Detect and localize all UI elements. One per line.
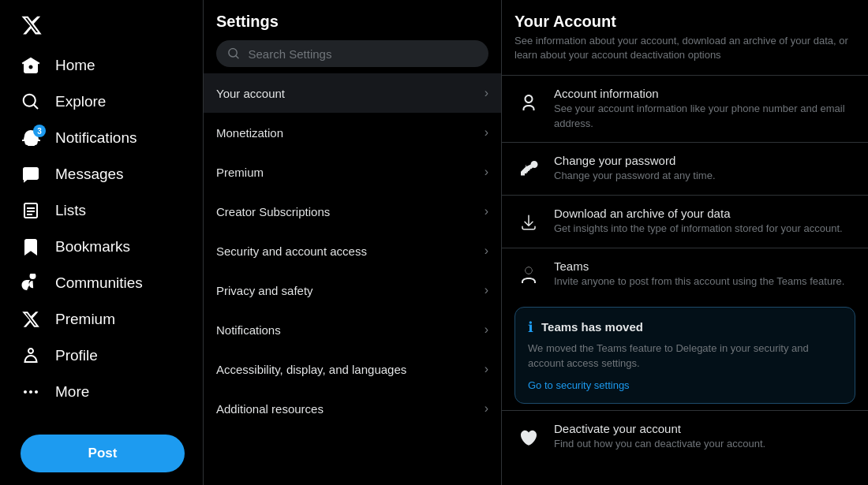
account-info-option[interactable]: Account information See your account inf… [502, 76, 868, 141]
notifications-badge: 3 [33, 125, 46, 137]
search-icon [227, 47, 241, 61]
teams-desc: Invite anyone to post from this account … [554, 274, 855, 289]
key-icon [514, 155, 543, 184]
sidebar-navigation: Home Explore 3 Notifications Messages [9, 47, 193, 425]
settings-menu-item-additional-label: Additional resources [216, 402, 324, 416]
settings-menu-item-accessibility[interactable]: Accessibility, display, and languages › [204, 349, 501, 389]
deactivate-content: Deactivate your account Find out how you… [554, 422, 855, 451]
change-password-content: Change your password Change your passwor… [554, 154, 855, 183]
settings-menu-item-premium[interactable]: Premium › [204, 152, 501, 192]
chevron-right-icon-2: › [485, 165, 488, 179]
settings-menu-item-additional[interactable]: Additional resources › [204, 389, 501, 428]
sidebar-item-bookmarks[interactable]: Bookmarks [9, 229, 193, 265]
sidebar-item-premium-label: Premium [55, 311, 115, 328]
settings-title: Settings [204, 0, 501, 40]
sidebar-item-more-label: More [55, 383, 89, 401]
premium-icon [21, 309, 41, 330]
sidebar-item-communities[interactable]: Communities [9, 265, 193, 301]
settings-menu-item-monetization[interactable]: Monetization › [204, 113, 501, 152]
chevron-right-icon-7: › [485, 362, 488, 376]
explore-icon [21, 91, 41, 112]
change-password-desc: Change your password at any time. [554, 169, 855, 183]
sidebar-item-explore[interactable]: Explore [9, 84, 193, 120]
sidebar-item-messages[interactable]: Messages [9, 156, 193, 192]
settings-menu-item-accessibility-label: Accessibility, display, and languages [216, 363, 406, 376]
sidebar-item-home-label: Home [55, 57, 95, 74]
sidebar-item-lists[interactable]: Lists [9, 192, 193, 229]
account-info-content: Account information See your account inf… [554, 87, 855, 130]
your-account-subtitle: See information about your account, down… [502, 34, 868, 75]
profile-icon [21, 345, 41, 366]
chevron-right-icon-0: › [485, 86, 488, 100]
lists-icon [21, 200, 41, 221]
communities-icon [21, 273, 41, 293]
settings-menu: Your account › Monetization › Premium › … [204, 73, 501, 485]
bookmarks-icon [21, 237, 41, 257]
sidebar-item-lists-label: Lists [55, 202, 86, 219]
go-to-security-settings-link[interactable]: Go to security settings [528, 379, 630, 391]
teams-banner-title: Teams has moved [541, 320, 643, 334]
chevron-right-icon-8: › [485, 401, 488, 416]
download-archive-content: Download an archive of your data Get ins… [554, 207, 855, 236]
settings-menu-item-creator-subscriptions[interactable]: Creator Subscriptions › [204, 192, 501, 231]
teams-banner-header: ℹ Teams has moved [528, 319, 842, 336]
teams-title: Teams [554, 259, 855, 273]
download-icon [514, 208, 543, 237]
download-archive-option[interactable]: Download an archive of your data Get ins… [502, 196, 868, 248]
sidebar-item-messages-label: Messages [55, 166, 124, 183]
sidebar-logo[interactable] [9, 6, 193, 44]
more-icon [21, 382, 41, 402]
settings-menu-item-security[interactable]: Security and account access › [204, 231, 501, 270]
settings-menu-item-security-label: Security and account access [216, 244, 367, 258]
settings-menu-item-privacy[interactable]: Privacy and safety › [204, 270, 501, 310]
chevron-right-icon-3: › [485, 204, 488, 218]
teams-icon [514, 261, 543, 289]
change-password-title: Change your password [554, 154, 855, 167]
account-info-icon [514, 88, 543, 117]
your-account-panel: Your Account See information about your … [502, 0, 868, 485]
sidebar-item-notifications[interactable]: 3 Notifications [9, 120, 193, 156]
download-archive-title: Download an archive of your data [554, 207, 855, 220]
info-icon: ℹ [528, 319, 533, 336]
chevron-right-icon-6: › [485, 323, 488, 337]
settings-menu-item-notifications[interactable]: Notifications › [204, 310, 501, 349]
search-settings-input[interactable] [249, 47, 478, 61]
settings-menu-item-your-account-label: Your account [216, 87, 285, 100]
sidebar-item-more[interactable]: More [9, 374, 193, 410]
sidebar: Home Explore 3 Notifications Messages [0, 0, 204, 485]
home-icon [21, 55, 41, 76]
account-info-title: Account information [554, 87, 855, 100]
deactivate-desc: Find out how you can deactivate your acc… [554, 437, 855, 451]
sidebar-item-home[interactable]: Home [9, 47, 193, 84]
sidebar-item-profile[interactable]: Profile [9, 338, 193, 374]
x-logo-icon [21, 14, 43, 36]
teams-option[interactable]: Teams Invite anyone to post from this ac… [502, 248, 868, 300]
settings-menu-item-privacy-label: Privacy and safety [216, 284, 313, 297]
search-box[interactable] [216, 40, 488, 67]
chevron-right-icon-1: › [485, 125, 488, 140]
post-button[interactable]: Post [21, 435, 185, 472]
sidebar-item-notifications-label: Notifications [55, 129, 137, 147]
sidebar-item-premium[interactable]: Premium [9, 301, 193, 338]
deactivate-option[interactable]: Deactivate your account Find out how you… [502, 411, 868, 463]
deactivate-icon [514, 423, 543, 452]
account-info-desc: See your account information like your p… [554, 102, 855, 130]
chevron-right-icon-4: › [485, 244, 488, 258]
sidebar-item-explore-label: Explore [55, 93, 106, 110]
messages-icon [21, 164, 41, 185]
settings-menu-item-notifications-label: Notifications [216, 323, 281, 337]
teams-banner-body: We moved the Teams feature to Delegate i… [528, 341, 842, 371]
deactivate-title: Deactivate your account [554, 422, 855, 435]
download-archive-desc: Get insights into the type of informatio… [554, 222, 855, 236]
teams-moved-banner: ℹ Teams has moved We moved the Teams fea… [514, 307, 855, 404]
bell-icon: 3 [21, 128, 41, 148]
sidebar-item-profile-label: Profile [55, 347, 98, 364]
settings-menu-item-monetization-label: Monetization [216, 126, 283, 140]
sidebar-item-communities-label: Communities [55, 274, 143, 292]
teams-content: Teams Invite anyone to post from this ac… [554, 259, 855, 289]
settings-menu-item-creator-subscriptions-label: Creator Subscriptions [216, 205, 330, 218]
change-password-option[interactable]: Change your password Change your passwor… [502, 143, 868, 195]
settings-menu-item-your-account[interactable]: Your account › [204, 73, 501, 113]
settings-panel: Settings Your account › Monetization › P… [204, 0, 502, 485]
your-account-title: Your Account [502, 0, 868, 34]
